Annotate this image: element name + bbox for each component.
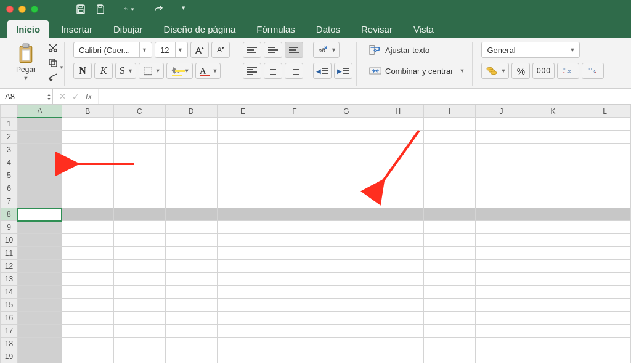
cell[interactable] xyxy=(372,247,424,260)
cell[interactable] xyxy=(579,144,630,156)
cell[interactable] xyxy=(320,247,372,260)
underline-button[interactable]: S▼ xyxy=(115,63,136,79)
cell[interactable] xyxy=(372,131,424,144)
cell[interactable] xyxy=(269,156,320,169)
cell[interactable] xyxy=(217,325,269,338)
cell[interactable] xyxy=(579,234,630,247)
cell[interactable] xyxy=(424,286,476,299)
cell[interactable] xyxy=(62,156,113,169)
cell[interactable] xyxy=(476,234,527,247)
cell[interactable] xyxy=(217,350,269,363)
cell[interactable] xyxy=(424,195,476,208)
cell[interactable] xyxy=(113,144,165,156)
cell[interactable] xyxy=(269,208,320,221)
cell[interactable] xyxy=(579,260,630,273)
cell[interactable] xyxy=(527,182,579,195)
percent-format-button[interactable]: % xyxy=(511,63,530,79)
cell[interactable] xyxy=(17,182,62,195)
cell[interactable] xyxy=(62,286,113,299)
cell[interactable] xyxy=(113,299,165,312)
cell[interactable] xyxy=(372,156,424,169)
italic-button[interactable]: K xyxy=(94,63,113,79)
cell[interactable] xyxy=(372,195,424,208)
align-left-button[interactable] xyxy=(243,63,261,79)
cell[interactable] xyxy=(372,299,424,312)
cell[interactable] xyxy=(269,169,320,182)
cell[interactable] xyxy=(476,118,527,131)
cell[interactable] xyxy=(476,144,527,156)
cell[interactable] xyxy=(62,273,113,286)
cell[interactable] xyxy=(62,182,113,195)
cell[interactable] xyxy=(579,208,630,221)
row-header[interactable]: 17 xyxy=(1,325,18,338)
cell[interactable] xyxy=(372,312,424,325)
tab-insertar[interactable]: Insertar xyxy=(52,20,101,38)
cell[interactable] xyxy=(372,273,424,286)
cell[interactable] xyxy=(579,273,630,286)
cell[interactable] xyxy=(17,156,62,169)
cell[interactable] xyxy=(17,325,62,338)
accounting-format-button[interactable]: ▼ xyxy=(481,63,509,79)
cell[interactable] xyxy=(17,195,62,208)
cell[interactable] xyxy=(269,195,320,208)
column-header[interactable]: H xyxy=(372,105,424,118)
cell[interactable] xyxy=(269,299,320,312)
paste-button[interactable]: Pegar ▼ xyxy=(10,42,42,83)
cell[interactable] xyxy=(527,131,579,144)
cell[interactable] xyxy=(62,260,113,273)
increase-indent-button[interactable]: ▶ xyxy=(334,63,352,79)
cell[interactable] xyxy=(424,234,476,247)
cell[interactable] xyxy=(113,338,165,350)
cell[interactable] xyxy=(424,247,476,260)
cell[interactable] xyxy=(527,312,579,325)
cell[interactable] xyxy=(527,156,579,169)
cell[interactable] xyxy=(527,247,579,260)
cell[interactable] xyxy=(527,144,579,156)
zoom-window-button[interactable] xyxy=(31,6,38,13)
cell[interactable] xyxy=(17,169,62,182)
cell[interactable] xyxy=(476,169,527,182)
cell[interactable] xyxy=(17,299,62,312)
row-header[interactable]: 2 xyxy=(1,131,18,144)
cell[interactable] xyxy=(269,118,320,131)
cell[interactable] xyxy=(320,131,372,144)
cell[interactable] xyxy=(476,299,527,312)
cell[interactable] xyxy=(217,195,269,208)
cell[interactable] xyxy=(372,350,424,363)
cell[interactable] xyxy=(527,325,579,338)
cell[interactable] xyxy=(527,273,579,286)
row-header[interactable]: 8 xyxy=(1,208,18,221)
align-center-button[interactable] xyxy=(264,63,282,79)
column-header[interactable]: K xyxy=(527,105,579,118)
align-middle-button[interactable] xyxy=(264,42,282,58)
column-header[interactable]: I xyxy=(424,105,476,118)
cell[interactable] xyxy=(424,169,476,182)
cell[interactable] xyxy=(113,312,165,325)
copy-icon[interactable]: ▼ xyxy=(46,57,60,69)
cell[interactable] xyxy=(372,234,424,247)
cell[interactable] xyxy=(113,273,165,286)
cell[interactable] xyxy=(424,208,476,221)
cell[interactable] xyxy=(165,234,217,247)
cell[interactable] xyxy=(217,221,269,234)
cell[interactable] xyxy=(527,260,579,273)
cell[interactable] xyxy=(113,325,165,338)
row-header[interactable]: 16 xyxy=(1,312,18,325)
cell[interactable] xyxy=(165,195,217,208)
cell[interactable] xyxy=(17,247,62,260)
cell[interactable] xyxy=(113,131,165,144)
cell[interactable] xyxy=(579,118,630,131)
cell[interactable] xyxy=(320,144,372,156)
cell[interactable] xyxy=(217,169,269,182)
cell[interactable] xyxy=(372,260,424,273)
decrease-font-button[interactable]: A▾ xyxy=(211,42,230,58)
cell[interactable] xyxy=(320,273,372,286)
cell[interactable] xyxy=(424,338,476,350)
tab-formulas[interactable]: Fórmulas xyxy=(248,20,304,38)
cell[interactable] xyxy=(113,182,165,195)
cell[interactable] xyxy=(424,312,476,325)
cell[interactable] xyxy=(269,273,320,286)
merge-center-button[interactable]: Combinar y centrar ▼ xyxy=(365,63,468,79)
cell[interactable] xyxy=(476,221,527,234)
cell[interactable] xyxy=(217,208,269,221)
